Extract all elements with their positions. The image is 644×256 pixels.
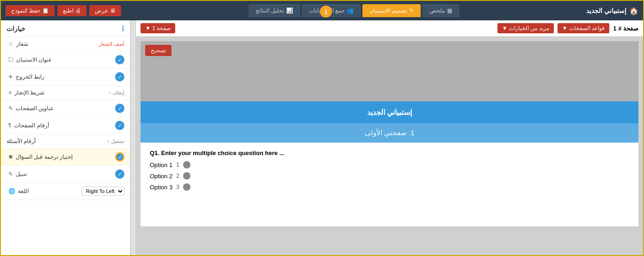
- sidebar-item-progress-left: إيقاف ‹: [109, 90, 124, 96]
- question-numbers-status: تشغيل: [111, 138, 124, 144]
- sidebar-item-question-numbers: تشغيل ‹ أرقام الأسئلة: [1, 134, 130, 149]
- sidebar-item-exit-link: ✓ رابط الخروج ✈: [1, 69, 130, 86]
- translation-label: إختيار ترجمة قبل السؤال: [16, 154, 73, 160]
- option-1-label: Option 1: [150, 162, 172, 169]
- more-options-button[interactable]: مزيد من الخيارات ▼: [497, 23, 554, 33]
- survey-subtitle-text: 1. صفحتي الأولى: [365, 129, 415, 137]
- exit-icon: ✈: [8, 74, 13, 80]
- preview-icon: 🖥: [110, 7, 116, 14]
- sidebar-item-language-right: اللغة 🌐: [6, 188, 29, 194]
- sidebar-item-logo-left: أضف الشعار: [99, 41, 124, 47]
- sidebar-item-logo: أضف الشعار شعار ☆: [1, 37, 130, 51]
- sidebar-item-progress-right: شريط الإنجاز ≡: [6, 89, 44, 96]
- info-icon[interactable]: ℹ: [122, 24, 124, 33]
- option-1-radio[interactable]: [183, 161, 190, 169]
- exit-link-check[interactable]: ✓: [115, 72, 124, 81]
- sidebar-item-tanbil-right: تنبيل ✎: [6, 171, 27, 177]
- language-icon: 🌐: [8, 188, 15, 194]
- page-titles-check[interactable]: ✓: [115, 104, 124, 113]
- add-logo-link[interactable]: أضف الشعار: [99, 41, 124, 47]
- canvas-toolbar: صفحة # 1 قواعد الصفحات ▼ مزيد من الخيارا…: [136, 20, 643, 37]
- option-3-number: 3: [176, 184, 179, 190]
- survey-title: إستبياني الجديد: [586, 7, 626, 14]
- rules-button[interactable]: قواعد الصفحات ▼: [558, 23, 610, 33]
- tab-analyze[interactable]: 📊 تحليل النتائج: [249, 4, 300, 17]
- language-dropdown[interactable]: Right To Left Left To Right: [82, 187, 124, 196]
- page-titles-label: عناوين الصفحات: [16, 105, 54, 112]
- nav-tabs: ▦ ملخص ✎ تصميم الاستبيان 👥 جمع الاستجابا…: [249, 4, 459, 17]
- sidebar-item-page-numbers: ✓ أرقام الصفحات ¶: [1, 117, 130, 134]
- page-numbers-icon: ¶: [8, 122, 11, 129]
- preview-button[interactable]: 🖥 عرض: [89, 5, 121, 16]
- sidebar-item-exit-right: رابط الخروج ✈: [6, 74, 44, 80]
- save-template-label: حفظ كنموذج: [11, 7, 40, 14]
- survey-canvas[interactable]: تصحيح إستبياني الجديد 1. صفحتي الأولى Q1…: [136, 37, 643, 255]
- option-3-radio[interactable]: [183, 183, 190, 191]
- save-template-button[interactable]: 📋 حفظ كنموذج: [6, 5, 55, 16]
- sidebar-item-progress: إيقاف ‹ شريط الإنجاز ≡: [1, 86, 130, 100]
- nav-title-section: 🏠 إستبياني الجديد: [586, 6, 638, 15]
- survey-inner: تصحيح إستبياني الجديد 1. صفحتي الأولى Q1…: [141, 41, 638, 226]
- translation-check[interactable]: ✓: [115, 152, 124, 162]
- sidebar-item-page-numbers-left: ✓: [115, 121, 124, 130]
- save-template-icon: 📋: [42, 7, 49, 14]
- correct-button[interactable]: تصحيح: [145, 45, 172, 56]
- survey-title-sidebar-label: عنوان الاستبيان: [16, 56, 52, 63]
- main-container: 1 🏠 إستبياني الجديد ▦ ملخص ✎ تصميم الاست…: [0, 0, 644, 256]
- sidebar-header: ℹ خيارات: [1, 20, 130, 37]
- tab-design[interactable]: ✎ تصميم الاستبيان: [362, 4, 420, 17]
- sidebar-title: خيارات: [6, 25, 25, 32]
- design-icon: ✎: [409, 7, 414, 14]
- progress-arrow[interactable]: ‹: [109, 90, 110, 95]
- option-1-number: 1: [176, 162, 179, 168]
- print-label: اطبع: [63, 7, 74, 14]
- analyze-icon: 📊: [286, 7, 293, 14]
- action-buttons: 🖥 عرض 🖨 اطبع 📋 حفظ كنموذج: [6, 5, 121, 16]
- survey-subtitle-bar: 1. صفحتي الأولى: [141, 123, 638, 143]
- survey-question-area: Q1. Enter your multiple choice question …: [141, 143, 638, 201]
- sidebar-item-logo-right: شعار ☆: [6, 41, 28, 47]
- page-selector-label: صفحة 1 ▼: [145, 25, 171, 31]
- sidebar-item-page-titles: ✓ عناوين الصفحات ✎: [1, 100, 130, 117]
- question-text: Q1. Enter your multiple choice question …: [150, 150, 629, 156]
- sidebar-item-translation-right: إختيار ترجمة قبل السؤال ✱: [6, 154, 73, 160]
- option-row-2: Option 2 2: [150, 172, 629, 180]
- sidebar-item-exit-left: ✓: [115, 72, 124, 81]
- option-row-1: Option 1 1: [150, 161, 629, 169]
- sidebar-item-question-numbers-left: تشغيل ‹: [107, 138, 124, 144]
- sidebar: 3 ℹ خيارات أضف الشعار شعار ☆ ✓: [1, 20, 130, 255]
- tanbil-check[interactable]: ✓: [115, 169, 124, 179]
- sidebar-item-survey-title: ✓ عنوان الاستبيان ☐: [1, 51, 130, 69]
- tab-design-label: تصميم الاستبيان: [369, 7, 406, 14]
- progress-icon: ≡: [8, 89, 12, 96]
- correct-label: تصحيح: [151, 47, 166, 54]
- badge-1: 1: [320, 6, 332, 18]
- tab-analyze-label: تحليل النتائج: [256, 7, 284, 14]
- rules-label: قواعد الصفحات ▼: [562, 25, 605, 31]
- page-numbers-check[interactable]: ✓: [115, 121, 124, 130]
- exit-link-label: رابط الخروج: [16, 74, 44, 80]
- option-3-label: Option 3: [150, 184, 172, 191]
- sidebar-item-tanbil: ✓ تنبيل ✎: [1, 166, 130, 183]
- sidebar-item-translation-left: ✓: [115, 152, 124, 162]
- page-selector-button[interactable]: صفحة 1 ▼: [141, 23, 175, 33]
- toolbar-left: صفحة 1 ▼: [141, 23, 175, 33]
- progress-label: شريط الإنجاز: [14, 89, 44, 96]
- language-label: اللغة: [18, 188, 29, 194]
- star-icon: ☆: [8, 41, 13, 47]
- print-button[interactable]: 🖨 اطبع: [57, 5, 86, 16]
- print-icon: 🖨: [75, 7, 81, 14]
- tab-summary[interactable]: ▦ ملخص: [423, 4, 459, 17]
- option-2-number: 2: [176, 173, 179, 179]
- sidebar-item-translation: ✓ إختيار ترجمة قبل السؤال ✱: [1, 149, 130, 166]
- option-row-3: Option 3 3: [150, 183, 629, 191]
- home-icon[interactable]: 🏠: [629, 6, 638, 15]
- question-numbers-label: أرقام الأسئلة: [6, 138, 36, 144]
- canvas-area: صفحة # 1 قواعد الصفحات ▼ مزيد من الخيارا…: [136, 20, 643, 255]
- sidebar-item-language: Right To Left Left To Right اللغة 🌐: [1, 183, 130, 200]
- scroll-divider: [130, 20, 136, 255]
- sidebar-item-survey-title-left: ✓: [115, 55, 124, 64]
- survey-title-check[interactable]: ✓: [115, 55, 124, 64]
- question-numbers-arrow[interactable]: ‹: [107, 138, 109, 144]
- option-2-radio[interactable]: [183, 172, 190, 180]
